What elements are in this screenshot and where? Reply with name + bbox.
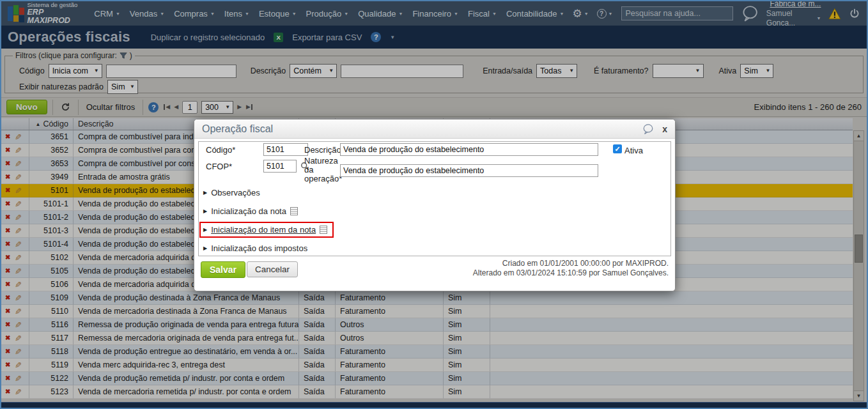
salvar-button[interactable]: Salvar (201, 261, 245, 278)
help-icon[interactable]: ? (371, 32, 381, 42)
logout-power-icon[interactable] (849, 7, 860, 20)
user-menu[interactable]: Samuel Gonça...▼ (766, 9, 821, 28)
edit-row-icon[interactable]: ✎ (15, 294, 22, 302)
edit-row-icon[interactable]: ✎ (15, 307, 22, 316)
delete-row-icon[interactable]: ✖ (5, 228, 10, 234)
table-row[interactable]: ✖ ✎ 5116 Remessa de produção originada d… (1, 318, 853, 332)
ativa-checkbox[interactable]: ✓ (613, 144, 622, 153)
natureza-field-input[interactable] (340, 164, 598, 177)
menu-estoque[interactable]: Estoque ▼ (259, 9, 297, 19)
menu-qualidade[interactable]: Qualidade ▼ (358, 9, 403, 19)
last-page-button[interactable]: ▶ (245, 104, 252, 110)
menu-compras[interactable]: Compras ▼ (174, 9, 215, 19)
edit-row-icon[interactable]: ✎ (15, 240, 22, 249)
current-page-box[interactable]: 1 (182, 101, 198, 114)
edit-row-icon[interactable]: ✎ (15, 160, 22, 168)
faturamento-select[interactable]: ▼ (653, 64, 704, 78)
scrollbar-thumb[interactable] (855, 235, 863, 263)
cfop-field-input[interactable] (263, 160, 297, 173)
table-row[interactable]: ✖ ✎ 5109 Venda de produção destinada à Z… (1, 291, 853, 305)
edit-row-icon[interactable]: ✎ (15, 321, 22, 329)
app-logo[interactable]: Sistema de gestão ERP MAXIPROD (8, 2, 81, 25)
delete-row-icon[interactable]: ✖ (5, 268, 10, 274)
delete-row-icon[interactable]: ✖ (5, 281, 10, 288)
warning-icon[interactable] (828, 7, 841, 20)
table-row[interactable]: ✖ ✎ 5118 Venda de produção entregue ao d… (1, 345, 853, 359)
delete-row-icon[interactable]: ✖ (5, 174, 10, 180)
descricao-operator-select[interactable]: Contém▼ (290, 64, 337, 78)
ocultar-filtros-button[interactable]: Ocultar filtros (84, 101, 138, 113)
table-row[interactable]: ✖ ✎ 5123 Venda de mercadoria remetida p/… (1, 385, 853, 399)
column-header-codigo[interactable]: ▲Código (29, 118, 74, 130)
delete-row-icon[interactable]: ✖ (5, 160, 10, 167)
menu-contabilidade[interactable]: Contabilidade ▼ (506, 9, 564, 19)
chat-bubble-icon[interactable] (642, 123, 655, 135)
delete-row-icon[interactable]: ✖ (5, 321, 10, 328)
edit-row-icon[interactable]: ✎ (15, 334, 22, 343)
descricao-filter-input[interactable] (341, 65, 463, 78)
delete-row-icon[interactable]: ✖ (5, 214, 10, 220)
help-icon[interactable]: ? (148, 102, 159, 112)
delete-row-icon[interactable]: ✖ (5, 389, 10, 395)
menu-crm[interactable]: CRM ▼ (94, 9, 120, 19)
section-expander[interactable]: ▶ Inicialização do item da nota (199, 222, 334, 238)
page-size-select[interactable]: 300▼ (201, 101, 233, 114)
form-config-icon[interactable] (290, 207, 298, 215)
edit-row-icon[interactable]: ✎ (15, 254, 22, 262)
edit-row-icon[interactable]: ✎ (15, 213, 22, 222)
next-page-button[interactable]: ▶ (237, 104, 242, 110)
delete-row-icon[interactable]: ✖ (5, 335, 10, 341)
codigo-filter-input[interactable] (106, 65, 236, 78)
close-icon[interactable]: x (662, 125, 667, 134)
help-search-input[interactable] (621, 6, 733, 20)
table-row[interactable]: ✖ ✎ 5119 Venda merc adquirida-rec 3, ent… (1, 359, 853, 372)
naturezas-padrao-select[interactable]: Sim▼ (107, 80, 138, 94)
chevron-down-icon[interactable]: ▼ (390, 35, 395, 40)
chat-bubble-icon[interactable] (741, 4, 759, 22)
table-row[interactable]: ✖ ✎ 5122 Venda de produção remetida p/ i… (1, 372, 853, 385)
edit-row-icon[interactable]: ✎ (15, 388, 22, 396)
edit-row-icon[interactable]: ✎ (15, 348, 22, 356)
vertical-scrollbar[interactable]: ▲ ▼ (853, 130, 864, 401)
ativa-filter-select[interactable]: Sim▼ (740, 64, 773, 78)
scroll-up-arrow[interactable]: ▲ (854, 131, 864, 141)
delete-row-icon[interactable]: ✖ (5, 187, 10, 194)
delete-row-icon[interactable]: ✖ (5, 348, 10, 355)
edit-row-icon[interactable]: ✎ (15, 200, 22, 208)
codigo-field-input[interactable] (263, 143, 308, 156)
edit-row-icon[interactable]: ✎ (15, 227, 22, 235)
menu-itens[interactable]: Itens ▼ (224, 9, 249, 19)
descricao-field-input[interactable] (340, 143, 598, 156)
delete-row-icon[interactable]: ✖ (5, 254, 10, 261)
duplicate-record-button[interactable]: Duplicar o registro selecionado (151, 33, 265, 42)
delete-row-icon[interactable]: ✖ (5, 375, 10, 382)
edit-row-icon[interactable]: ✎ (15, 281, 22, 289)
delete-row-icon[interactable]: ✖ (5, 241, 10, 247)
menu-financeiro[interactable]: Financeiro ▼ (412, 9, 458, 19)
section-expander[interactable]: ▶ Observações (203, 183, 264, 202)
table-row[interactable]: ✖ ✎ 5110 Venda de mercadoria destinada à… (1, 305, 853, 318)
entrada-saida-select[interactable]: Todas▼ (536, 64, 577, 78)
menu-fiscal[interactable]: Fiscal ▼ (468, 9, 497, 19)
scroll-down-arrow[interactable]: ▼ (854, 390, 864, 401)
company-link[interactable]: Fábrica de m... (770, 0, 821, 9)
cancelar-button[interactable]: Cancelar (247, 261, 298, 277)
table-row[interactable]: ✖ ✎ 5117 Remessa de mercadoria originada… (1, 332, 853, 345)
refresh-button[interactable] (58, 101, 73, 113)
edit-row-icon[interactable]: ✎ (15, 173, 22, 181)
export-csv-button[interactable]: Exportar para CSV (292, 33, 362, 42)
edit-row-icon[interactable]: ✎ (15, 146, 22, 155)
delete-row-icon[interactable]: ✖ (5, 147, 10, 153)
menu-vendas[interactable]: Vendas ▼ (130, 9, 164, 19)
codigo-operator-select[interactable]: Inicia com▼ (49, 64, 102, 78)
edit-row-icon[interactable]: ✎ (15, 361, 22, 369)
edit-row-icon[interactable]: ✎ (15, 374, 22, 383)
filters-legend[interactable]: Filtros (clique para configurar: ) (13, 51, 135, 60)
first-page-button[interactable]: ◀ (164, 104, 170, 110)
novo-button[interactable]: Novo (6, 100, 47, 114)
edit-row-icon[interactable]: ✎ (15, 267, 22, 275)
delete-row-icon[interactable]: ✖ (5, 295, 10, 301)
delete-row-icon[interactable]: ✖ (5, 308, 10, 314)
edit-row-icon[interactable]: ✎ (15, 187, 22, 195)
delete-row-icon[interactable]: ✖ (5, 362, 10, 368)
